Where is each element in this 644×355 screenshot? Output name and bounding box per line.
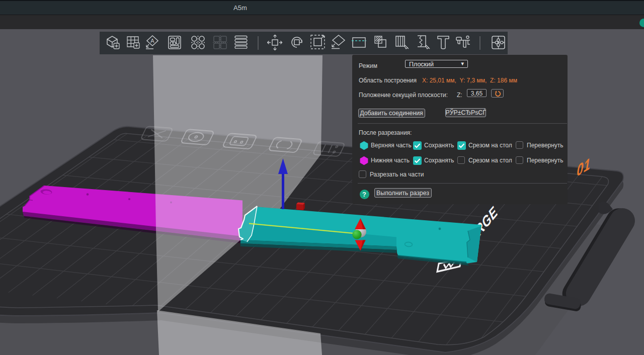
- svg-text:A: A: [150, 38, 154, 44]
